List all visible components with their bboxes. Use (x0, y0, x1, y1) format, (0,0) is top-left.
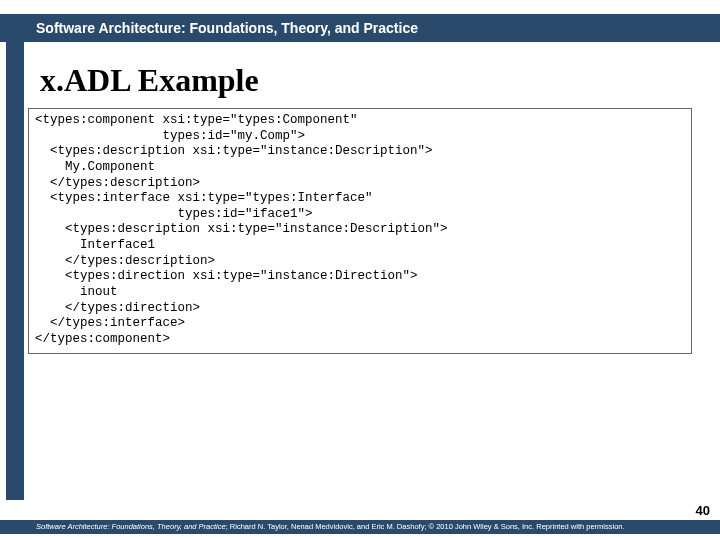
header-title: Software Architecture: Foundations, Theo… (36, 20, 418, 36)
slide-heading: x.ADL Example (40, 62, 259, 99)
page-number: 40 (696, 503, 710, 518)
footer-book-title: Software Architecture: Foundations, Theo… (36, 522, 226, 531)
left-rail (6, 14, 24, 500)
footer-band: Software Architecture: Foundations, Theo… (0, 520, 720, 534)
footer-text: Software Architecture: Foundations, Theo… (0, 520, 720, 534)
code-example: <types:component xsi:type="types:Compone… (28, 108, 692, 354)
footer-attribution: ; Richard N. Taylor, Nenad Medvidovic, a… (226, 522, 625, 531)
header-band: Software Architecture: Foundations, Theo… (0, 14, 720, 42)
